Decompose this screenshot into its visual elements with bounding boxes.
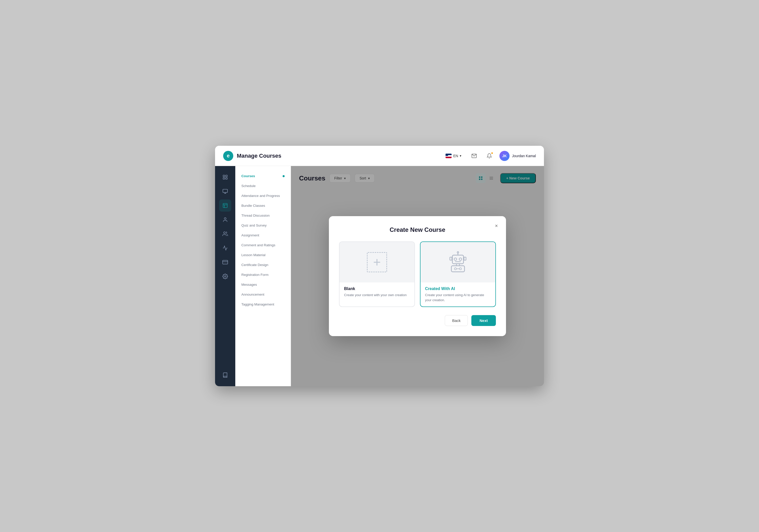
notification-badge: [491, 152, 493, 154]
sidebar-icon-book[interactable]: [219, 369, 231, 381]
svg-rect-5: [223, 189, 227, 193]
sidebar: [215, 166, 235, 386]
app-window: e Manage Courses EN ▾ JK Jourdan Kamal: [215, 146, 544, 386]
sidebar-item-bundle[interactable]: Bundle Classes: [235, 201, 291, 211]
blank-option-card[interactable]: + Blank Create your content with your ow…: [339, 241, 415, 307]
sidebar-item-schedule[interactable]: Schedule: [235, 181, 291, 191]
robot-icon: [445, 250, 471, 275]
modal-footer: Back Next: [339, 315, 496, 326]
lang-chevron-icon: ▾: [460, 154, 461, 158]
modal-header: Create New Course: [339, 226, 496, 233]
active-dot: [283, 175, 285, 177]
plus-icon: +: [367, 252, 387, 272]
blank-option-body: Blank Create your content with your own …: [340, 282, 415, 302]
sidebar-item-tagging[interactable]: Tagging Management: [235, 300, 291, 309]
sidebar-item-announcement[interactable]: Announcement: [235, 290, 291, 300]
mail-button[interactable]: [469, 151, 479, 161]
svg-rect-8: [223, 203, 227, 208]
sidebar-item-certificate[interactable]: Certificate Design: [235, 260, 291, 270]
top-bar: e Manage Courses EN ▾ JK Jourdan Kamal: [215, 146, 544, 166]
sidebar-item-messages[interactable]: Messages: [235, 280, 291, 290]
sidebar-item-attendance[interactable]: Attendance and Progress: [235, 191, 291, 201]
modal-overlay: Create New Course × + Blank: [291, 166, 544, 386]
sidebar-icon-analytics[interactable]: [219, 242, 231, 254]
content-area: Courses Filter ▾ Sort ▾: [291, 166, 544, 386]
sidebar-icon-cards[interactable]: [219, 256, 231, 268]
svg-rect-3: [223, 178, 225, 179]
svg-point-12: [224, 232, 225, 234]
ai-option-name: Created With AI: [425, 287, 491, 291]
svg-point-34: [455, 268, 457, 270]
sidebar-item-courses[interactable]: Courses: [235, 171, 291, 181]
svg-rect-28: [450, 257, 452, 260]
notification-button[interactable]: [484, 151, 494, 161]
svg-rect-2: [226, 175, 227, 177]
logo-area: e Manage Courses: [223, 151, 281, 161]
sidebar-icon-groups[interactable]: [219, 228, 231, 240]
blank-option-name: Blank: [344, 287, 410, 291]
sidebar-icon-monitor[interactable]: [219, 185, 231, 197]
svg-point-15: [224, 276, 226, 277]
ai-thumbnail: [420, 242, 496, 282]
app-title: Manage Courses: [237, 153, 281, 159]
create-course-modal: Create New Course × + Blank: [329, 216, 506, 336]
main-layout: Courses Schedule Attendance and Progress…: [215, 166, 544, 386]
svg-rect-4: [226, 178, 227, 179]
sidebar-item-comments[interactable]: Comment and Ratings: [235, 240, 291, 250]
svg-rect-13: [222, 261, 228, 264]
modal-options: + Blank Create your content with your ow…: [339, 241, 496, 307]
user-area[interactable]: JK Jourdan Kamal: [499, 151, 536, 161]
sub-sidebar: Courses Schedule Attendance and Progress…: [235, 166, 291, 386]
user-name: Jourdan Kamal: [512, 154, 536, 158]
back-button[interactable]: Back: [445, 315, 468, 326]
flag-icon: [446, 154, 452, 158]
svg-point-35: [459, 268, 461, 270]
modal-close-button[interactable]: ×: [492, 221, 501, 230]
ai-option-card[interactable]: Created With AI Create your content usin…: [420, 241, 496, 307]
top-bar-right: EN ▾ JK Jourdan Kamal: [443, 151, 536, 161]
next-button[interactable]: Next: [471, 315, 496, 326]
sidebar-item-registration[interactable]: Registration Form: [235, 270, 291, 280]
sidebar-icon-courses[interactable]: [219, 199, 231, 212]
svg-point-11: [224, 218, 226, 220]
sidebar-bottom: [219, 369, 231, 381]
svg-rect-29: [464, 257, 466, 260]
modal-title: Create New Course: [390, 226, 445, 233]
blank-option-desc: Create your content with your own creati…: [344, 293, 410, 298]
avatar: JK: [499, 151, 509, 161]
svg-point-27: [457, 252, 459, 253]
sidebar-item-lesson[interactable]: Lesson Material: [235, 250, 291, 260]
sidebar-icon-settings[interactable]: [219, 270, 231, 282]
blank-thumbnail: +: [340, 242, 415, 282]
ai-option-desc: Create your content using AI to generate…: [425, 293, 491, 303]
svg-point-24: [454, 258, 457, 261]
svg-rect-1: [223, 175, 225, 177]
svg-point-25: [459, 258, 462, 261]
sidebar-item-assignment[interactable]: Assignment: [235, 230, 291, 240]
sidebar-icon-users[interactable]: [219, 214, 231, 226]
sidebar-icon-dashboard[interactable]: [219, 171, 231, 183]
sidebar-item-quiz[interactable]: Quiz and Survey: [235, 221, 291, 230]
ai-option-body: Created With AI Create your content usin…: [420, 282, 496, 307]
lang-selector[interactable]: EN ▾: [443, 152, 464, 160]
logo-icon: e: [223, 151, 233, 161]
sidebar-item-thread[interactable]: Thread Discussion: [235, 211, 291, 221]
